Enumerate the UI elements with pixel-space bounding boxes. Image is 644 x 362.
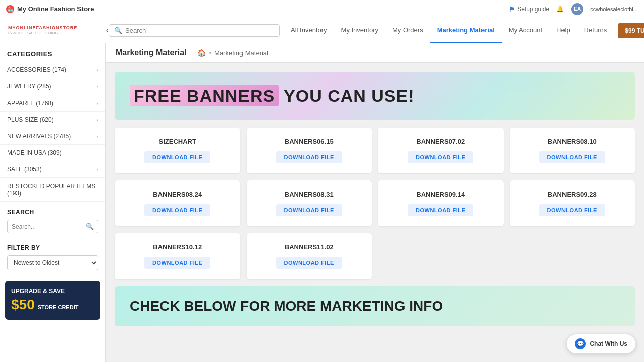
download-banners0914-button[interactable]: DOWNLOAD FILE [408, 204, 473, 216]
nav-link-returns[interactable]: Returns [577, 18, 614, 43]
category-item-sale[interactable]: SALE (3053) › [0, 161, 105, 178]
store-name-label: My Online Fashion Store [17, 5, 94, 13]
content-area: FREE BANNERS YOU CAN USE! SIZECHART DOWN… [106, 63, 644, 335]
card-banners0615: BANNERS06.15 DOWNLOAD FILE [247, 128, 372, 173]
sidebar: CATEGORIES ACCESSORIES (174) › JEWELRY (… [0, 43, 106, 362]
card-banners0824: BANNERS08.24 DOWNLOAD FILE [115, 180, 240, 226]
chevron-right-icon: › [96, 117, 98, 123]
download-banners0702-button[interactable]: DOWNLOAD FILE [408, 151, 473, 163]
logo-text-primary: MYONLINEFASHIONSTORE [8, 26, 77, 31]
nav-link-all-inventory[interactable]: All Inventory [284, 18, 334, 43]
category-item-jewelry[interactable]: JEWELRY (285) › [0, 78, 105, 95]
card-banners0831: BANNERS08.31 DOWNLOAD FILE [247, 180, 372, 226]
filter-select[interactable]: Newest to Oldest Oldest to Newest Price:… [7, 255, 98, 270]
chevron-right-icon: › [96, 67, 98, 73]
nav-search-icon: 🔍 [114, 27, 122, 34]
logo-text-sub: C•WHOLESALECLOTHING [8, 31, 77, 35]
nav-link-my-orders[interactable]: My Orders [385, 18, 430, 43]
check-below-banner: CHECK BELOW FOR MORE MARKETING INFO [115, 286, 635, 326]
notification-bell-icon[interactable]: 🔔 [556, 6, 564, 13]
download-banners0615-button[interactable]: DOWNLOAD FILE [276, 151, 342, 163]
card-title: BANNERS10.12 [153, 243, 202, 251]
cards-grid-row3: BANNERS10.12 DOWNLOAD FILE BANNERS11.02 … [115, 233, 635, 279]
chat-widget[interactable]: 💬 Chat With Us [566, 334, 636, 354]
user-avatar[interactable]: EA [571, 3, 583, 15]
search-bar-wrap: 🔍 [109, 24, 280, 37]
turnkey-website-button[interactable]: $99 TURNKEY WEBSITE [618, 23, 644, 38]
store-name-bar: 🏪 My Online Fashion Store [6, 5, 94, 13]
card-title: BANNERS09.28 [548, 191, 597, 198]
nav-link-help[interactable]: Help [549, 18, 577, 43]
sidebar-search-wrap: 🔍 [7, 220, 98, 233]
logo-area: MYONLINEFASHIONSTORE C•WHOLESALECLOTHING… [8, 26, 109, 35]
card-title: BANNERS07.02 [416, 138, 465, 145]
cards-grid-row2: BANNERS08.24 DOWNLOAD FILE BANNERS08.31 … [115, 180, 635, 226]
card-title: BANNERS08.10 [548, 138, 597, 145]
download-banners0831-button[interactable]: DOWNLOAD FILE [276, 204, 342, 216]
sidebar-search-icon[interactable]: 🔍 [86, 223, 94, 230]
search-section-label: SEARCH [7, 209, 98, 216]
chevron-right-icon: › [96, 133, 98, 139]
upgrade-credit-label: STORE CREDIT [38, 304, 79, 310]
category-item-restocked[interactable]: RESTOCKED POPULAR ITEMS (193) [0, 178, 105, 202]
search-bar: 🔍 [109, 24, 280, 37]
download-sizechart-button[interactable]: DOWNLOAD FILE [144, 151, 210, 163]
store-icon: 🏪 [6, 5, 14, 13]
free-banners-hero: FREE BANNERS YOU CAN USE! [115, 72, 635, 120]
nav-link-my-inventory[interactable]: My Inventory [334, 18, 385, 43]
free-banners-hero-text: FREE BANNERS YOU CAN USE! [130, 85, 415, 106]
download-banners0810-button[interactable]: DOWNLOAD FILE [539, 151, 605, 163]
nav-link-my-account[interactable]: My Account [502, 18, 549, 43]
filter-label: FILTER BY [7, 244, 98, 251]
chevron-right-icon: › [96, 100, 98, 106]
chat-label: Chat With Us [590, 340, 627, 347]
category-item-made-in-usa[interactable]: MADE IN USA (309) [0, 145, 105, 161]
flag-icon: ⚑ [509, 5, 515, 13]
sidebar-search-section: SEARCH 🔍 [0, 202, 105, 237]
breadcrumb-bar: Marketing Material 🏠 • Marketing Materia… [106, 43, 644, 63]
card-banners0702: BANNERS07.02 DOWNLOAD FILE [378, 128, 504, 173]
upgrade-banner-title: UPGRADE & SAVE [11, 288, 94, 295]
check-below-text: CHECK BELOW FOR MORE MARKETING INFO [130, 298, 443, 314]
main-content: Marketing Material 🏠 • Marketing Materia… [106, 43, 644, 362]
breadcrumb-current: Marketing Material [214, 49, 268, 57]
card-title: BANNERS06.15 [285, 138, 334, 145]
card-title: BANNERS11.02 [285, 243, 334, 251]
upgrade-amount: $50 [11, 297, 35, 313]
category-item-plus-size[interactable]: PLUS SIZE (620) › [0, 112, 105, 128]
logo-texts: MYONLINEFASHIONSTORE C•WHOLESALECLOTHING [8, 26, 77, 35]
breadcrumb-home-icon[interactable]: 🏠 [197, 49, 206, 57]
card-banners0914: BANNERS09.14 DOWNLOAD FILE [378, 180, 504, 226]
top-bar-right: ⚑ Setup guide 🔔 EA ccwholesaleclothi... [509, 3, 638, 15]
chat-icon: 💬 [575, 338, 586, 349]
card-banners0928: BANNERS09.28 DOWNLOAD FILE [510, 180, 635, 226]
hero-highlight: FREE BANNERS [130, 85, 279, 106]
chevron-right-icon: › [96, 166, 98, 172]
card-title: BANNERS08.24 [153, 191, 202, 198]
card-banners1102: BANNERS11.02 DOWNLOAD FILE [247, 233, 372, 279]
download-banners0928-button[interactable]: DOWNLOAD FILE [539, 204, 605, 216]
card-sizechart: SIZECHART DOWNLOAD FILE [115, 128, 240, 173]
nav-search-input[interactable] [125, 27, 274, 34]
category-item-apparel[interactable]: APPAREL (1768) › [0, 95, 105, 112]
sidebar-search-input[interactable] [12, 223, 86, 230]
download-banners1102-button[interactable]: DOWNLOAD FILE [276, 257, 342, 269]
card-banners0810: BANNERS08.10 DOWNLOAD FILE [510, 128, 635, 173]
top-bar: 🏪 My Online Fashion Store ⚑ Setup guide … [0, 0, 644, 18]
download-banners0824-button[interactable]: DOWNLOAD FILE [144, 204, 210, 216]
filter-section: FILTER BY Newest to Oldest Oldest to New… [0, 237, 105, 275]
download-banners1012-button[interactable]: DOWNLOAD FILE [144, 257, 210, 269]
setup-guide-link[interactable]: ⚑ Setup guide [509, 5, 549, 13]
breadcrumb-separator: • [209, 49, 211, 57]
user-store-name: ccwholesaleclothi... [590, 6, 638, 12]
category-item-accessories[interactable]: ACCESSORIES (174) › [0, 62, 105, 78]
cards-grid-row1: SIZECHART DOWNLOAD FILE BANNERS06.15 DOW… [115, 128, 635, 173]
category-item-new-arrivals[interactable]: NEW ARRIVALS (2785) › [0, 128, 105, 145]
page-title: Marketing Material [116, 48, 186, 57]
sidebar-upgrade-banner[interactable]: UPGRADE & SAVE $50 STORE CREDIT [5, 281, 100, 320]
card-title: BANNERS08.31 [285, 191, 334, 198]
card-banners1012: BANNERS10.12 DOWNLOAD FILE [115, 233, 240, 279]
card-title: BANNERS09.14 [416, 191, 465, 198]
nav-bar: MYONLINEFASHIONSTORE C•WHOLESALECLOTHING… [0, 18, 644, 43]
nav-link-marketing-material[interactable]: Marketing Material [430, 18, 502, 43]
